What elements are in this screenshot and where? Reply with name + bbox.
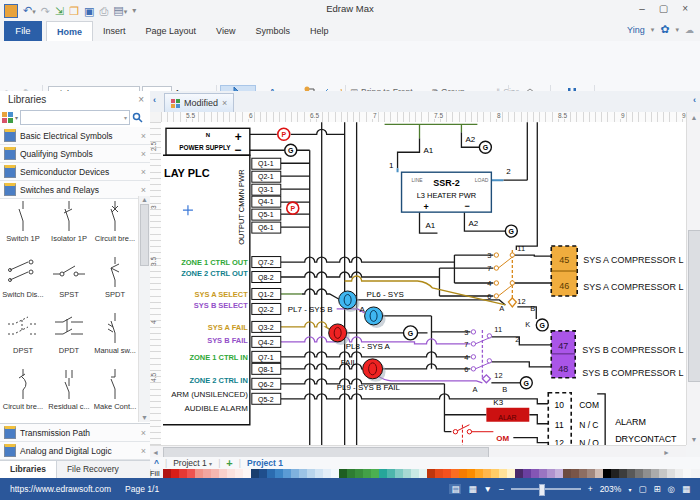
- collapse-left-panel-icon[interactable]: ‹: [153, 95, 156, 105]
- color-swatch[interactable]: [523, 469, 531, 478]
- color-swatch[interactable]: [203, 469, 211, 478]
- tab-home[interactable]: Home: [46, 21, 93, 41]
- view-presentation-icon[interactable]: ▼: [484, 484, 492, 494]
- color-swatch[interactable]: [419, 469, 427, 478]
- symbol-switch-disconnector[interactable]: Switch Dis...: [0, 252, 46, 308]
- drawing-canvas[interactable]: N POWER SUPPLY + − LAY PLC OUTPUT CMMN P…: [161, 122, 686, 445]
- color-swatch[interactable]: [467, 469, 475, 478]
- color-swatch[interactable]: [443, 469, 451, 478]
- maximize-button[interactable]: ▢: [659, 3, 668, 14]
- tab-insert[interactable]: Insert: [93, 21, 136, 41]
- view-page-icon[interactable]: ▦: [468, 484, 476, 494]
- plc-output-terminals[interactable]: Q1-1 Q2-1 Q3-1 Q4-1 Q5-1 Q6-1: [252, 158, 281, 233]
- color-swatch[interactable]: [219, 469, 227, 478]
- color-swatch[interactable]: [491, 469, 499, 478]
- color-swatch[interactable]: [355, 469, 363, 478]
- tab-libraries[interactable]: Libraries: [0, 461, 57, 479]
- color-swatch[interactable]: [531, 469, 539, 478]
- zoom-slider[interactable]: [511, 488, 581, 490]
- document-tab-modified[interactable]: Modified ×: [164, 93, 234, 113]
- color-swatch[interactable]: [299, 469, 307, 478]
- color-swatch[interactable]: [667, 469, 675, 478]
- library-search-input[interactable]: ▾: [20, 110, 130, 125]
- color-swatch[interactable]: [411, 469, 419, 478]
- symbol-spdt[interactable]: SPDT: [92, 252, 138, 308]
- color-swatch[interactable]: [387, 469, 395, 478]
- cloud-icon[interactable]: ☁: [685, 25, 694, 35]
- color-swatch[interactable]: [291, 469, 299, 478]
- color-swatch[interactable]: [587, 469, 595, 478]
- relay-contacts-sys-b[interactable]: 3 7 4 6 11 2 12 A B: [464, 325, 519, 394]
- color-swatch[interactable]: [627, 469, 635, 478]
- symbol-circuit-breaker[interactable]: Circuit bre...: [92, 196, 138, 252]
- libraries-close-icon[interactable]: ×: [138, 94, 144, 105]
- color-swatch[interactable]: [635, 469, 643, 478]
- electrical-diagram[interactable]: N POWER SUPPLY + − LAY PLC OUTPUT CMMN P…: [161, 122, 686, 445]
- color-swatch[interactable]: [315, 469, 323, 478]
- symbol-dpst[interactable]: DPST: [0, 308, 46, 364]
- pan-window-icon[interactable]: ▦: [682, 484, 690, 494]
- symbol-manual-switch[interactable]: Manual sw...: [92, 308, 138, 364]
- ssr2-relay[interactable]: LINE SSR-2 LOAD L3 HEATER PWR + −: [402, 172, 492, 212]
- color-swatch[interactable]: [371, 469, 379, 478]
- color-swatch[interactable]: [643, 469, 651, 478]
- add-page-icon[interactable]: +: [226, 457, 232, 469]
- terminal-block-47-48[interactable]: 47 48: [551, 331, 575, 378]
- color-swatch[interactable]: [459, 469, 467, 478]
- zoom-level[interactable]: 203%: [600, 484, 622, 494]
- user-dropdown-icon[interactable]: ▾: [651, 26, 655, 34]
- zoom-area-icon[interactable]: ◎: [668, 484, 675, 494]
- color-swatch[interactable]: [339, 469, 347, 478]
- library-close-icon[interactable]: ×: [141, 446, 146, 456]
- color-swatch[interactable]: [379, 469, 387, 478]
- color-swatch[interactable]: [403, 469, 411, 478]
- library-close-icon[interactable]: ×: [141, 149, 146, 159]
- color-swatch[interactable]: [179, 469, 187, 478]
- color-swatch[interactable]: [451, 469, 459, 478]
- plc-io-terminals[interactable]: Q7-2 Q8-2 Q1-2 Q2-2 Q3-2 Q4-2 Q7-1 Q8-1 …: [252, 257, 281, 405]
- color-swatch[interactable]: [475, 469, 483, 478]
- tab-file[interactable]: File: [4, 21, 42, 41]
- color-swatch[interactable]: [507, 469, 515, 478]
- color-swatch[interactable]: [227, 469, 235, 478]
- library-close-icon[interactable]: ×: [141, 428, 146, 438]
- color-swatch[interactable]: [675, 469, 683, 478]
- color-swatch[interactable]: [251, 469, 259, 478]
- color-swatch[interactable]: [619, 469, 627, 478]
- scroll-left-icon[interactable]: ◄: [152, 449, 159, 456]
- color-swatch[interactable]: [563, 469, 571, 478]
- scroll-right-icon[interactable]: ►: [663, 449, 670, 456]
- color-swatch[interactable]: [323, 469, 331, 478]
- view-normal-icon[interactable]: ▤: [449, 484, 461, 494]
- symbol-make-contact[interactable]: Make Cont...: [92, 364, 138, 420]
- symbol-dpdt[interactable]: DPDT: [46, 308, 92, 364]
- alarm-terminal-block[interactable]: 10 11 12 COM N / C N / O ALARM DRYCONTAC…: [548, 393, 677, 445]
- library-close-icon[interactable]: ×: [141, 185, 146, 195]
- color-swatch[interactable]: [347, 469, 355, 478]
- collapse-pages-icon[interactable]: ^: [154, 458, 159, 468]
- color-swatch[interactable]: [235, 469, 243, 478]
- scroll-up-icon[interactable]: ▲: [687, 112, 700, 121]
- terminal-block-45-46[interactable]: 45 46: [551, 246, 577, 296]
- color-swatch[interactable]: [171, 469, 179, 478]
- color-swatch[interactable]: [651, 469, 659, 478]
- color-swatch[interactable]: [211, 469, 219, 478]
- power-supply-box[interactable]: N POWER SUPPLY + −: [166, 128, 250, 157]
- tab-page-layout[interactable]: Page Layout: [136, 21, 207, 41]
- page-tab-project1[interactable]: Project 1: [247, 458, 283, 468]
- color-swatch[interactable]: [555, 469, 563, 478]
- gear-dropdown-icon[interactable]: ▾: [675, 26, 679, 34]
- color-swatch[interactable]: [539, 469, 547, 478]
- library-close-icon[interactable]: ×: [141, 131, 146, 141]
- symbol-isolator-1p[interactable]: Isolator 1P: [46, 196, 92, 252]
- sidebar-scrollbar[interactable]: ▲ ▼: [138, 196, 150, 422]
- color-swatch[interactable]: [611, 469, 619, 478]
- scroll-down-icon[interactable]: ▼: [139, 414, 150, 421]
- zoom-in-icon[interactable]: +: [588, 484, 593, 494]
- collapse-right-panel-icon[interactable]: ‹: [693, 95, 696, 105]
- color-swatch[interactable]: [307, 469, 315, 478]
- color-swatch[interactable]: [163, 469, 171, 478]
- library-item-semiconductor[interactable]: Semiconductor Devices×: [0, 163, 150, 181]
- color-swatch[interactable]: [267, 469, 275, 478]
- fit-page-icon[interactable]: ⊞: [653, 484, 660, 494]
